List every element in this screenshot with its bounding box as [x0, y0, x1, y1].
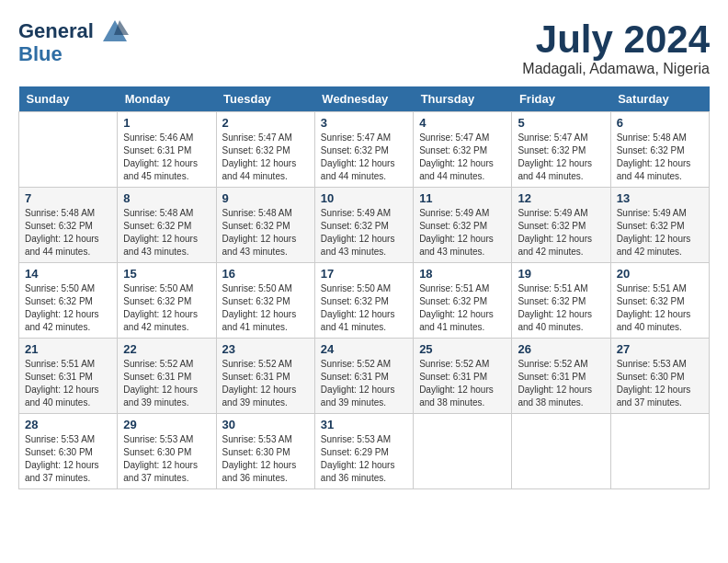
day-number: 1 — [123, 116, 210, 130]
cell-info: Sunrise: 5:53 AM Sunset: 6:30 PM Dayligh… — [25, 433, 111, 485]
cell-info: Sunrise: 5:50 AM Sunset: 6:32 PM Dayligh… — [321, 282, 407, 334]
cell-info: Sunrise: 5:50 AM Sunset: 6:32 PM Dayligh… — [222, 282, 309, 334]
cell-info: Sunrise: 5:48 AM Sunset: 6:32 PM Dayligh… — [617, 132, 703, 183]
calendar-table: SundayMondayTuesdayWednesdayThursdayFrid… — [18, 86, 710, 489]
cell-info: Sunrise: 5:47 AM Sunset: 6:32 PM Dayligh… — [419, 132, 506, 183]
day-number: 22 — [123, 342, 210, 356]
calendar-cell: 17Sunrise: 5:50 AM Sunset: 6:32 PM Dayli… — [314, 263, 413, 339]
day-number: 27 — [617, 342, 703, 356]
cell-info: Sunrise: 5:53 AM Sunset: 6:29 PM Dayligh… — [321, 433, 407, 485]
calendar-cell: 21Sunrise: 5:51 AM Sunset: 6:31 PM Dayli… — [19, 339, 118, 414]
column-header-wednesday: Wednesday — [314, 86, 413, 112]
calendar-cell: 26Sunrise: 5:52 AM Sunset: 6:31 PM Dayli… — [512, 339, 610, 414]
calendar-week-row: 21Sunrise: 5:51 AM Sunset: 6:31 PM Dayli… — [19, 339, 710, 414]
cell-info: Sunrise: 5:49 AM Sunset: 6:32 PM Dayligh… — [321, 207, 407, 259]
cell-info: Sunrise: 5:49 AM Sunset: 6:32 PM Dayligh… — [518, 207, 604, 259]
calendar-cell — [19, 112, 118, 188]
cell-info: Sunrise: 5:51 AM Sunset: 6:31 PM Dayligh… — [25, 358, 111, 409]
day-number: 31 — [321, 418, 407, 431]
day-number: 26 — [518, 342, 604, 356]
cell-info: Sunrise: 5:48 AM Sunset: 6:32 PM Dayligh… — [222, 207, 309, 259]
calendar-cell: 6Sunrise: 5:48 AM Sunset: 6:32 PM Daylig… — [610, 112, 709, 188]
title-area: July 2024 Madagali, Adamawa, Nigeria — [522, 18, 710, 77]
calendar-cell: 3Sunrise: 5:47 AM Sunset: 6:32 PM Daylig… — [314, 112, 413, 188]
day-number: 20 — [617, 267, 703, 281]
calendar-cell: 22Sunrise: 5:52 AM Sunset: 6:31 PM Dayli… — [118, 339, 216, 414]
cell-info: Sunrise: 5:52 AM Sunset: 6:31 PM Dayligh… — [518, 358, 604, 409]
day-number: 21 — [25, 342, 111, 356]
day-number: 30 — [222, 418, 309, 431]
cell-info: Sunrise: 5:47 AM Sunset: 6:32 PM Dayligh… — [222, 132, 309, 183]
calendar-cell: 5Sunrise: 5:47 AM Sunset: 6:32 PM Daylig… — [512, 112, 610, 188]
calendar-cell: 9Sunrise: 5:48 AM Sunset: 6:32 PM Daylig… — [216, 188, 314, 263]
cell-info: Sunrise: 5:52 AM Sunset: 6:31 PM Dayligh… — [321, 358, 407, 409]
cell-info: Sunrise: 5:50 AM Sunset: 6:32 PM Dayligh… — [25, 282, 111, 334]
calendar-week-row: 14Sunrise: 5:50 AM Sunset: 6:32 PM Dayli… — [19, 263, 710, 339]
day-number: 12 — [518, 191, 604, 205]
cell-info: Sunrise: 5:47 AM Sunset: 6:32 PM Dayligh… — [518, 132, 604, 183]
day-number: 7 — [25, 191, 111, 205]
day-number: 25 — [419, 342, 506, 356]
calendar-header-row: SundayMondayTuesdayWednesdayThursdayFrid… — [19, 86, 710, 112]
day-number: 24 — [321, 342, 407, 356]
day-number: 23 — [222, 342, 309, 356]
calendar-week-row: 1Sunrise: 5:46 AM Sunset: 6:31 PM Daylig… — [19, 112, 710, 188]
calendar-cell: 18Sunrise: 5:51 AM Sunset: 6:32 PM Dayli… — [414, 263, 512, 339]
column-header-sunday: Sunday — [19, 86, 118, 112]
page-header: General Blue July 2024 Madagali, Adamawa… — [18, 18, 710, 77]
calendar-cell: 28Sunrise: 5:53 AM Sunset: 6:30 PM Dayli… — [19, 414, 118, 489]
column-header-friday: Friday — [512, 86, 610, 112]
day-number: 18 — [419, 267, 506, 281]
cell-info: Sunrise: 5:51 AM Sunset: 6:32 PM Dayligh… — [518, 282, 604, 334]
calendar-cell: 4Sunrise: 5:47 AM Sunset: 6:32 PM Daylig… — [414, 112, 512, 188]
day-number: 13 — [617, 191, 703, 205]
calendar-cell: 24Sunrise: 5:52 AM Sunset: 6:31 PM Dayli… — [314, 339, 413, 414]
day-number: 9 — [222, 191, 309, 205]
calendar-cell — [512, 414, 610, 489]
day-number: 10 — [321, 191, 407, 205]
day-number: 5 — [518, 116, 604, 130]
calendar-cell: 2Sunrise: 5:47 AM Sunset: 6:32 PM Daylig… — [216, 112, 314, 188]
day-number: 14 — [25, 267, 111, 281]
cell-info: Sunrise: 5:47 AM Sunset: 6:32 PM Dayligh… — [321, 132, 407, 183]
day-number: 17 — [321, 267, 407, 281]
calendar-cell: 14Sunrise: 5:50 AM Sunset: 6:32 PM Dayli… — [19, 263, 118, 339]
logo-line1: General — [18, 19, 94, 42]
calendar-cell — [414, 414, 512, 489]
cell-info: Sunrise: 5:49 AM Sunset: 6:32 PM Dayligh… — [419, 207, 506, 259]
day-number: 19 — [518, 267, 604, 281]
day-number: 29 — [123, 418, 210, 431]
cell-info: Sunrise: 5:46 AM Sunset: 6:31 PM Dayligh… — [123, 132, 210, 183]
day-number: 3 — [321, 116, 407, 130]
day-number: 6 — [617, 116, 703, 130]
day-number: 2 — [222, 116, 309, 130]
calendar-cell: 16Sunrise: 5:50 AM Sunset: 6:32 PM Dayli… — [216, 263, 314, 339]
calendar-cell: 30Sunrise: 5:53 AM Sunset: 6:30 PM Dayli… — [216, 414, 314, 489]
day-number: 8 — [123, 191, 210, 205]
logo: General Blue — [18, 18, 129, 66]
day-number: 4 — [419, 116, 506, 130]
cell-info: Sunrise: 5:53 AM Sunset: 6:30 PM Dayligh… — [617, 358, 703, 409]
cell-info: Sunrise: 5:52 AM Sunset: 6:31 PM Dayligh… — [222, 358, 309, 409]
column-header-thursday: Thursday — [414, 86, 512, 112]
calendar-cell: 20Sunrise: 5:51 AM Sunset: 6:32 PM Dayli… — [610, 263, 709, 339]
cell-info: Sunrise: 5:48 AM Sunset: 6:32 PM Dayligh… — [123, 207, 210, 259]
month-title: July 2024 — [522, 18, 710, 61]
cell-info: Sunrise: 5:53 AM Sunset: 6:30 PM Dayligh… — [123, 433, 210, 485]
day-number: 11 — [419, 191, 506, 205]
day-number: 15 — [123, 267, 210, 281]
calendar-cell: 1Sunrise: 5:46 AM Sunset: 6:31 PM Daylig… — [118, 112, 216, 188]
calendar-cell: 12Sunrise: 5:49 AM Sunset: 6:32 PM Dayli… — [512, 188, 610, 263]
day-number: 16 — [222, 267, 309, 281]
location: Madagali, Adamawa, Nigeria — [522, 61, 710, 77]
calendar-cell: 29Sunrise: 5:53 AM Sunset: 6:30 PM Dayli… — [118, 414, 216, 489]
day-number: 28 — [25, 418, 111, 431]
calendar-cell: 7Sunrise: 5:48 AM Sunset: 6:32 PM Daylig… — [19, 188, 118, 263]
calendar-cell: 10Sunrise: 5:49 AM Sunset: 6:32 PM Dayli… — [314, 188, 413, 263]
cell-info: Sunrise: 5:51 AM Sunset: 6:32 PM Dayligh… — [419, 282, 506, 334]
calendar-cell: 13Sunrise: 5:49 AM Sunset: 6:32 PM Dayli… — [610, 188, 709, 263]
logo-icon — [101, 18, 129, 46]
calendar-cell: 27Sunrise: 5:53 AM Sunset: 6:30 PM Dayli… — [610, 339, 709, 414]
calendar-week-row: 7Sunrise: 5:48 AM Sunset: 6:32 PM Daylig… — [19, 188, 710, 263]
calendar-cell: 15Sunrise: 5:50 AM Sunset: 6:32 PM Dayli… — [118, 263, 216, 339]
